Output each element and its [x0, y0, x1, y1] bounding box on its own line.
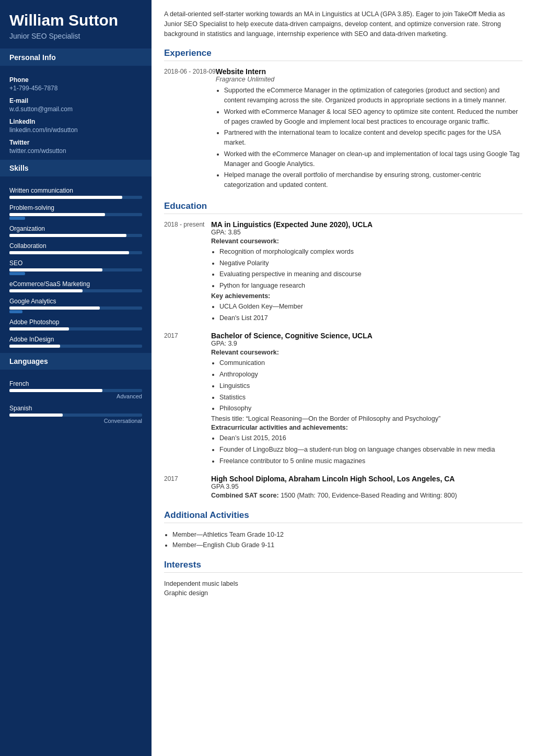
skill-bar-accent [9, 310, 22, 313]
coursework-item: Evaluating perspective in meaning and di… [219, 269, 522, 279]
interests-section: Interests Independent music labelsGraphi… [164, 560, 522, 598]
skill-bar-bg [9, 234, 142, 237]
coursework-label: Relevant coursework: [211, 238, 522, 245]
bullet-item: Worked with eCommerce Manager & local SE… [224, 107, 522, 127]
thesis: Thesis title: “Logical Reasoning—On the … [211, 415, 522, 422]
skill-bar-bg [9, 289, 142, 292]
skill-name: Adobe Photoshop [9, 318, 142, 326]
coursework-item: Linguistics [219, 381, 522, 391]
additional-heading: Additional Activities [164, 510, 522, 523]
achievement-item: Dean's List 2017 [219, 313, 522, 323]
skill-bar-bg [9, 268, 142, 271]
coursework-label: Relevant coursework: [211, 349, 522, 356]
twitter-value: twitter.com/wdsutton [9, 147, 142, 155]
interest-item: Graphic design [164, 588, 522, 598]
achievements-label: Key achievements: [211, 292, 522, 300]
skill-name: Collaboration [9, 242, 142, 250]
skill-bar-bg [9, 327, 142, 330]
personal-info-heading: Personal Info [0, 49, 152, 66]
skill-name: Written communication [9, 187, 142, 194]
summary-text: A detail-oriented self-starter working t… [164, 9, 522, 39]
language-level: Conversational [9, 418, 142, 424]
interests-heading: Interests [164, 560, 522, 573]
interest-item: Independent music labels [164, 579, 522, 588]
personal-info-section: Phone +1-799-456-7878 E-mail w.d.sutton@… [0, 66, 152, 160]
entry-title: MA in Linguistics (Expected June 2020), … [211, 220, 522, 229]
skill-item: SEO [9, 259, 142, 275]
skill-name: Adobe InDesign [9, 336, 142, 343]
main-content: A detail-oriented self-starter working t… [152, 0, 535, 756]
email-label: E-mail [9, 97, 142, 104]
entry-title: Website Intern [216, 67, 522, 76]
language-item: French Advanced [9, 380, 142, 399]
gpa: GPA: 3.85 [211, 229, 522, 236]
additional-section: Additional Activities Member—Athletics T… [164, 510, 522, 550]
extra-item: Dean’s List 2015, 2016 [219, 433, 522, 443]
skill-bar-fill [9, 268, 102, 271]
experience-entry: 2018-06 - 2018-09 Website Intern Fragran… [164, 67, 522, 192]
bullet-item: Worked with the eCommerce Manager on cle… [224, 149, 522, 169]
linkedin-field: LinkedIn linkedin.com/in/wdsutton [9, 118, 142, 134]
skill-bar-fill [9, 234, 126, 237]
entry-title: Bachelor of Science, Cognitive Science, … [211, 332, 522, 340]
languages-section: French Advanced Spanish Conversational [0, 370, 152, 429]
bullet-item: Helped manage the overall portfolio of m… [224, 170, 522, 190]
language-name: French [9, 380, 142, 387]
extra-label: Extracurricular activities and achieveme… [211, 424, 522, 431]
sidebar: William Sutton Junior SEO Specialist Per… [0, 0, 152, 756]
skill-item: Adobe InDesign [9, 336, 142, 348]
language-bar-bg [9, 389, 142, 392]
coursework-item: Recognition of morphologically complex w… [219, 247, 522, 257]
skill-item: eCommerce/SaaS Marketing [9, 280, 142, 292]
education-section: Education 2018 - present MA in Linguisti… [164, 201, 522, 501]
skill-name: eCommerce/SaaS Marketing [9, 280, 142, 288]
skill-bar-fill [9, 327, 69, 330]
extra-item: Freelance contributor to 5 online music … [219, 456, 522, 466]
coursework-item: Negative Polarity [219, 258, 522, 268]
entry-date: 2017 [164, 475, 211, 501]
language-bar-fill [9, 414, 63, 417]
skill-bar-bg [9, 306, 142, 310]
interests-list: Independent music labelsGraphic design [164, 579, 522, 598]
skill-bar-bg [9, 213, 142, 216]
bullet-item: Partnered with the international team to… [224, 128, 522, 148]
skill-item: Adobe Photoshop [9, 318, 142, 330]
languages-heading: Languages [0, 353, 152, 370]
linkedin-value: linkedin.com/in/wdsutton [9, 126, 142, 134]
skill-bar-bg [9, 196, 142, 199]
email-field: E-mail w.d.sutton@gmail.com [9, 97, 142, 113]
phone-value: +1-799-456-7878 [9, 85, 142, 92]
achievement-item: UCLA Golden Key—Member [219, 302, 522, 312]
additional-list: Member—Athletics Team Grade 10-12Member—… [164, 529, 522, 550]
skill-bar-bg [9, 251, 142, 254]
sat-score: Combined SAT score: 1500 (Math: 700, Evi… [211, 492, 522, 499]
twitter-field: Twitter twitter.com/wdsutton [9, 139, 142, 155]
skill-name: SEO [9, 259, 142, 267]
language-name: Spanish [9, 405, 142, 412]
experience-section: Experience 2018-06 - 2018-09 Website Int… [164, 48, 522, 192]
experience-heading: Experience [164, 48, 522, 61]
language-bar-bg [9, 414, 142, 417]
gpa: GPA: 3.9 [211, 340, 522, 347]
education-heading: Education [164, 201, 522, 214]
skill-bar-fill [9, 213, 105, 216]
entry-body: High School Diploma, Abraham Lincoln Hig… [211, 475, 522, 501]
language-level: Advanced [9, 393, 142, 399]
skill-bar-fill [9, 306, 100, 310]
skill-name: Google Analytics [9, 298, 142, 305]
skill-bar-bg [9, 345, 142, 348]
skill-bar-fill [9, 196, 122, 199]
skill-bar-fill [9, 345, 60, 348]
skill-bar-fill [9, 251, 129, 254]
sidebar-header: William Sutton Junior SEO Specialist [0, 0, 152, 49]
skill-bar-accent [9, 272, 25, 275]
entry-body: Website Intern Fragrance Unlimited Suppo… [216, 67, 522, 192]
skill-name: Organization [9, 225, 142, 232]
entry-date: 2018-06 - 2018-09 [164, 67, 216, 192]
additional-item: Member—Athletics Team Grade 10-12 [172, 529, 522, 540]
coursework-item: Python for language research [219, 281, 522, 291]
entry-date: 2017 [164, 332, 211, 467]
linkedin-label: LinkedIn [9, 118, 142, 125]
skills-section: Written communication Problem-solving Or… [0, 176, 152, 353]
gpa: GPA 3.95 [211, 483, 522, 490]
